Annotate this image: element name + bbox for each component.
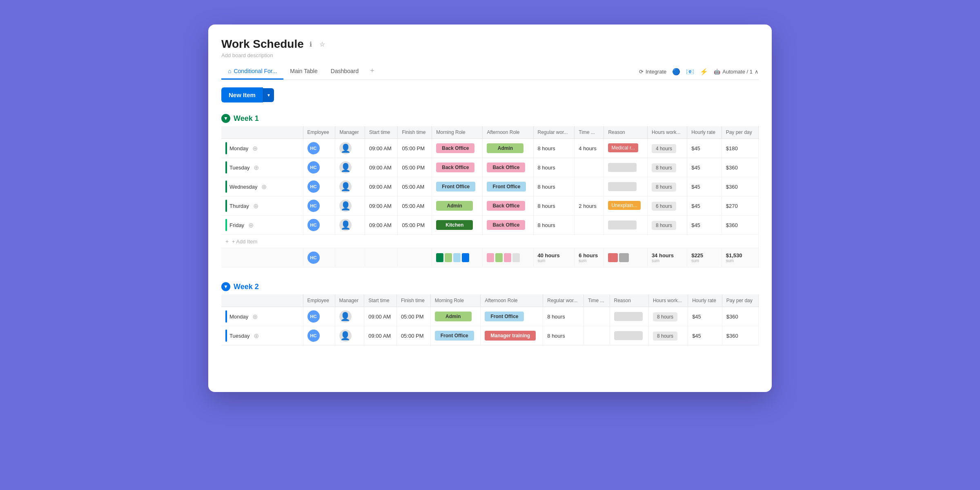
- add-plus-icon: +: [225, 238, 229, 245]
- info-icon[interactable]: ℹ: [308, 40, 314, 49]
- day-label: Wednesday: [229, 184, 257, 190]
- afternoon-color-bar: [495, 253, 503, 262]
- add-row-icon[interactable]: ⊕: [248, 221, 254, 229]
- week2-title: Week 2: [234, 283, 259, 291]
- col-reason: Reason: [604, 126, 647, 139]
- reason-cell: Medical r...: [604, 139, 647, 158]
- finish-time-cell: 05:00 AM: [398, 177, 432, 196]
- employee-cell: HC: [303, 196, 335, 216]
- week1-toggle[interactable]: ▼: [221, 114, 230, 123]
- manager-avatar: 👤: [339, 200, 352, 212]
- afternoon-role-badge: Front Office: [487, 182, 526, 192]
- start-time-cell: 09:00 AM: [364, 326, 397, 345]
- col-morning-role: Morning Role: [432, 126, 483, 139]
- integration-icon-2: 📧: [686, 68, 694, 76]
- week2-section: ▼ Week 2 Employee Manager Start time Fin…: [221, 282, 759, 345]
- regular-work-cell: 8 hours: [533, 177, 575, 196]
- manager-avatar: 👤: [339, 330, 352, 342]
- afternoon-role-cell: Back Office: [483, 158, 533, 177]
- summary-employee: HC: [303, 248, 335, 267]
- col-start: Start time: [365, 126, 398, 139]
- pay-per-day-cell: $360: [722, 326, 758, 345]
- col-day: [221, 126, 303, 139]
- add-row-icon[interactable]: ⊕: [254, 332, 259, 340]
- time-off-cell: [575, 177, 604, 196]
- integration-icon-1: 🔵: [672, 68, 680, 76]
- add-row-icon[interactable]: ⊕: [254, 164, 259, 172]
- add-row-icon[interactable]: ⊕: [252, 145, 258, 152]
- automate-button[interactable]: 🤖 Automate / 1 ∧: [714, 69, 759, 75]
- col2-pay-per-day: Pay per day: [722, 294, 758, 307]
- tab-conditional[interactable]: ⌂ Conditional For...: [221, 64, 283, 80]
- add-item-label: + Add Item: [232, 238, 258, 245]
- day-label: Thurday: [229, 203, 249, 209]
- add-row-icon[interactable]: ⊕: [261, 183, 267, 191]
- col2-hourly-rate: Hourly rate: [688, 294, 722, 307]
- finish-time-cell: 05:00 PM: [398, 158, 432, 177]
- employee-cell: HC: [303, 177, 335, 196]
- manager-avatar: 👤: [339, 142, 352, 154]
- finish-time-cell: 05:00 PM: [398, 139, 432, 158]
- week1-header-row: Employee Manager Start time Finish time …: [221, 126, 759, 139]
- time-off-cell: [584, 307, 610, 326]
- employee-cell: HC: [303, 139, 335, 158]
- col-pay-per-day: Pay per day: [722, 126, 758, 139]
- add-row-icon[interactable]: ⊕: [252, 313, 258, 321]
- pay-per-day-cell: $360: [722, 177, 758, 196]
- morning-role-cell: Kitchen: [432, 216, 483, 235]
- new-item-main-button[interactable]: New Item: [221, 87, 263, 102]
- add-item-row[interactable]: + + Add Item: [221, 235, 759, 248]
- add-item-cell[interactable]: + + Add Item: [221, 235, 759, 248]
- morning-color-bar: [462, 253, 469, 262]
- regular-work-cell: 8 hours: [533, 139, 575, 158]
- integrate-button[interactable]: ⟳ Integrate: [639, 69, 666, 75]
- morning-role-cell: Back Office: [432, 139, 483, 158]
- table-row: Thurday ⊕ HC 👤 09:00 AM 05:00 AM Admin B…: [221, 196, 759, 216]
- tab-dashboard[interactable]: Dashboard: [324, 64, 365, 80]
- day-cell: Friday ⊕: [221, 216, 303, 235]
- employee-avatar: HC: [307, 142, 320, 154]
- tabs-row: ⌂ Conditional For... Main Table Dashboar…: [221, 63, 759, 80]
- pay-per-day-cell: $360: [722, 158, 758, 177]
- regular-work-cell: 8 hours: [543, 307, 584, 326]
- employee-avatar: HC: [307, 310, 320, 323]
- add-tab-button[interactable]: +: [365, 63, 379, 80]
- star-icon[interactable]: ☆: [318, 40, 327, 49]
- summary-start: [365, 248, 398, 267]
- manager-avatar: 👤: [339, 180, 352, 193]
- employee-cell: HC: [303, 216, 335, 235]
- summary-reason: [604, 248, 647, 267]
- add-row-icon[interactable]: ⊕: [253, 202, 258, 210]
- board-description[interactable]: Add board description: [221, 52, 759, 58]
- day-cell: Thurday ⊕: [221, 196, 303, 216]
- reason-cell: [604, 216, 647, 235]
- table-row: Monday ⊕ HC 👤 09:00 AM 05:00 PM Admin Fr…: [221, 307, 759, 326]
- summary-manager: [335, 248, 365, 267]
- week1-title: Week 1: [234, 114, 259, 123]
- afternoon-role-cell: Admin: [483, 139, 533, 158]
- reason-badge: Unexplain...: [608, 201, 640, 210]
- day-cell: Tuesday ⊕: [221, 326, 303, 345]
- day-cell: Monday ⊕: [221, 307, 303, 326]
- week2-toggle[interactable]: ▼: [221, 282, 230, 291]
- summary-timeoff-label: sum: [579, 258, 586, 263]
- col2-manager: Manager: [335, 294, 364, 307]
- col2-hours-worked: Hours work...: [648, 294, 688, 307]
- new-item-caret-button[interactable]: ▾: [263, 88, 274, 102]
- reason-cell: [610, 307, 648, 326]
- tab-main-table[interactable]: Main Table: [283, 64, 324, 80]
- col-manager: Manager: [335, 126, 365, 139]
- reason-cell: Unexplain...: [604, 196, 647, 216]
- morning-role-cell: Back Office: [432, 158, 483, 177]
- employee-avatar: HC: [307, 180, 320, 193]
- automate-chevron-icon: ∧: [755, 69, 759, 75]
- week2-header-row: Employee Manager Start time Finish time …: [221, 294, 759, 307]
- start-time-cell: 09:00 AM: [365, 139, 398, 158]
- app-window: Work Schedule ℹ ☆ Add board description …: [208, 24, 772, 392]
- hours-worked-cell: 8 hours: [648, 307, 688, 326]
- hours-worked-cell: 8 hours: [647, 158, 687, 177]
- col-afternoon-role: Afternoon Role: [483, 126, 533, 139]
- manager-cell: 👤: [335, 139, 365, 158]
- day-label: Tuesday: [229, 333, 249, 339]
- pay-per-day-cell: $180: [722, 139, 758, 158]
